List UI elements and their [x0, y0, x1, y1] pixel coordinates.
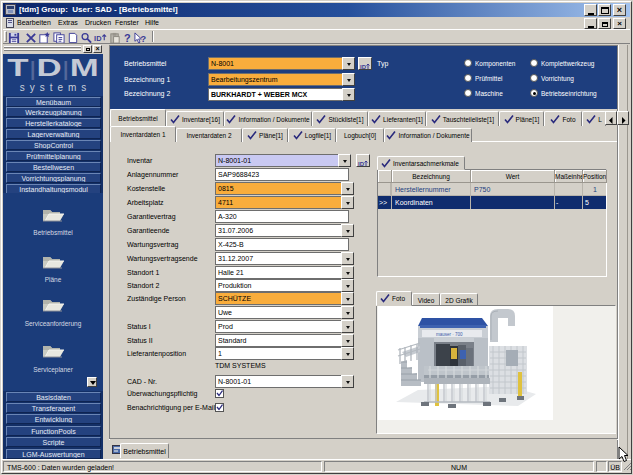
svg-text:ID: ID [360, 64, 367, 70]
svg-text:ID: ID [94, 34, 102, 43]
svg-text:mauser · 700: mauser · 700 [436, 332, 463, 337]
svg-text:ID: ID [358, 161, 365, 167]
